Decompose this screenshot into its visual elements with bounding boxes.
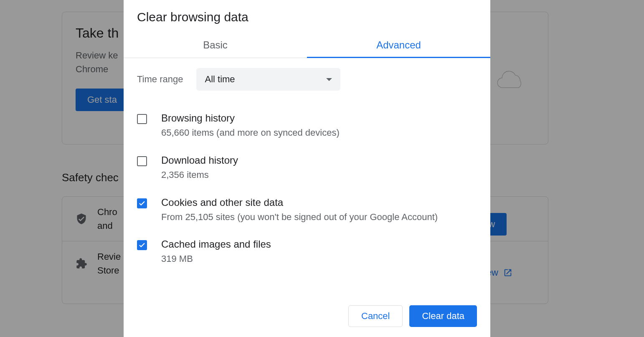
- checkbox-sublabel: From 25,105 sites (you won't be signed o…: [161, 211, 477, 224]
- dialog-tabs: Basic Advanced: [124, 33, 490, 58]
- checkbox-cached[interactable]: [137, 240, 147, 250]
- time-range-label: Time range: [137, 74, 183, 85]
- checkbox-sublabel: 2,356 items: [161, 169, 477, 182]
- checkbox-item-cookies[interactable]: Cookies and other site data From 25,105 …: [137, 189, 477, 231]
- checkbox-label: Cookies and other site data: [161, 197, 477, 208]
- checkbox-sublabel: 319 MB: [161, 253, 477, 266]
- dialog-actions: Cancel Clear data: [124, 295, 490, 337]
- checkbox-download-history[interactable]: [137, 156, 147, 166]
- time-range-value: All time: [205, 74, 235, 85]
- checkbox-item-cached[interactable]: Cached images and files 319 MB: [137, 231, 477, 273]
- tab-basic[interactable]: Basic: [124, 33, 307, 58]
- tab-advanced[interactable]: Advanced: [307, 33, 490, 58]
- cancel-button[interactable]: Cancel: [348, 305, 403, 327]
- check-icon: [138, 241, 146, 249]
- checkbox-cookies[interactable]: [137, 198, 147, 208]
- chevron-down-icon: [326, 78, 332, 81]
- checkbox-label: Cached images and files: [161, 238, 477, 250]
- checkbox-label: Browsing history: [161, 112, 477, 124]
- dialog-title: Clear browsing data: [124, 0, 490, 33]
- checkbox-item-download-history[interactable]: Download history 2,356 items: [137, 147, 477, 189]
- checkbox-label: Download history: [161, 155, 477, 166]
- checkbox-sublabel: 65,660 items (and more on synced devices…: [161, 127, 477, 139]
- check-icon: [138, 200, 146, 207]
- checkbox-item-browsing-history[interactable]: Browsing history 65,660 items (and more …: [137, 105, 477, 147]
- clear-data-button[interactable]: Clear data: [409, 305, 477, 327]
- checkbox-browsing-history[interactable]: [137, 114, 147, 124]
- time-range-row: Time range All time: [137, 58, 477, 105]
- time-range-select[interactable]: All time: [196, 68, 340, 91]
- clear-browsing-data-dialog: Clear browsing data Basic Advanced Time …: [124, 0, 490, 337]
- dialog-scroll-area[interactable]: Time range All time Browsing history 65,…: [124, 58, 490, 295]
